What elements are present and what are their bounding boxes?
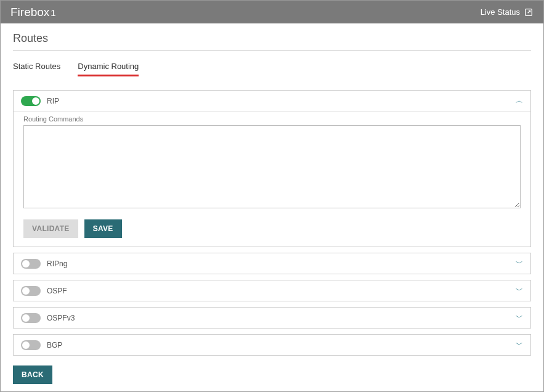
- panel-header-left-rip: RIP: [21, 96, 59, 106]
- save-button[interactable]: Save: [84, 219, 122, 238]
- routing-commands-input[interactable]: [23, 125, 521, 208]
- content-area: Routes Static Routes Dynamic Routing RIP…: [1, 23, 543, 392]
- panel-header-ripng[interactable]: RIPng ﹀: [14, 253, 530, 274]
- live-status-link[interactable]: Live Status: [481, 7, 534, 17]
- panel-header-ospfv3[interactable]: OSPFv3 ﹀: [14, 308, 530, 328]
- panel-header-left-ripng: RIPng: [21, 259, 67, 269]
- toggle-ospf[interactable]: [21, 286, 41, 296]
- panel-header-ospf[interactable]: OSPF ﹀: [14, 280, 530, 301]
- panel-ospfv3: OSPFv3 ﹀: [13, 307, 531, 329]
- panel-header-left-bgp: BGP: [21, 340, 62, 350]
- title-main: Firebox: [10, 6, 49, 18]
- chevron-up-icon: ︿: [516, 96, 523, 106]
- protocol-label-rip: RIP: [47, 97, 59, 105]
- toggle-rip[interactable]: [21, 96, 41, 106]
- back-button[interactable]: Back: [13, 365, 52, 384]
- toggle-ospfv3[interactable]: [21, 313, 41, 323]
- chevron-down-icon: ﹀: [516, 285, 523, 296]
- chevron-down-icon: ﹀: [516, 340, 523, 350]
- toggle-knob: [22, 260, 30, 267]
- panel-ripng: RIPng ﹀: [13, 253, 531, 274]
- toggle-knob: [32, 97, 39, 105]
- toggle-knob: [22, 287, 30, 295]
- tab-static-routes[interactable]: Static Routes: [13, 62, 60, 76]
- app-title: Firebox1: [10, 6, 56, 19]
- toggle-knob: [22, 314, 30, 322]
- chevron-down-icon: ﹀: [516, 258, 523, 269]
- panel-rip: RIP ︿ Routing Commands Validate Save: [13, 90, 531, 247]
- protocol-label-ospf: OSPF: [47, 287, 67, 295]
- live-status-label: Live Status: [481, 7, 520, 17]
- toggle-ripng[interactable]: [21, 259, 41, 269]
- app-header: Firebox1 Live Status: [1, 1, 543, 23]
- panel-header-rip[interactable]: RIP ︿: [14, 91, 530, 111]
- chevron-down-icon: ﹀: [516, 312, 523, 323]
- button-row: Validate Save: [23, 219, 521, 238]
- panel-header-left-ospfv3: OSPFv3: [21, 313, 75, 323]
- title-suffix: 1: [51, 7, 55, 18]
- panel-body-rip: Routing Commands Validate Save: [14, 111, 530, 247]
- toggle-knob: [22, 341, 30, 349]
- protocol-label-ripng: RIPng: [47, 259, 67, 268]
- tab-dynamic-routing[interactable]: Dynamic Routing: [78, 62, 139, 76]
- protocol-label-bgp: BGP: [47, 341, 62, 349]
- panel-bgp: BGP ﹀: [13, 334, 531, 356]
- panel-ospf: OSPF ﹀: [13, 280, 531, 301]
- protocol-label-ospfv3: OSPFv3: [47, 314, 75, 322]
- page-title: Routes: [13, 32, 531, 51]
- external-link-icon: [524, 7, 534, 17]
- panel-header-bgp[interactable]: BGP ﹀: [14, 335, 530, 355]
- validate-button[interactable]: Validate: [23, 219, 78, 238]
- panel-header-left-ospf: OSPF: [21, 286, 67, 296]
- routing-commands-label: Routing Commands: [23, 115, 521, 123]
- back-row: Back: [13, 365, 531, 384]
- tabs-row: Static Routes Dynamic Routing: [13, 62, 531, 76]
- toggle-bgp[interactable]: [21, 340, 41, 350]
